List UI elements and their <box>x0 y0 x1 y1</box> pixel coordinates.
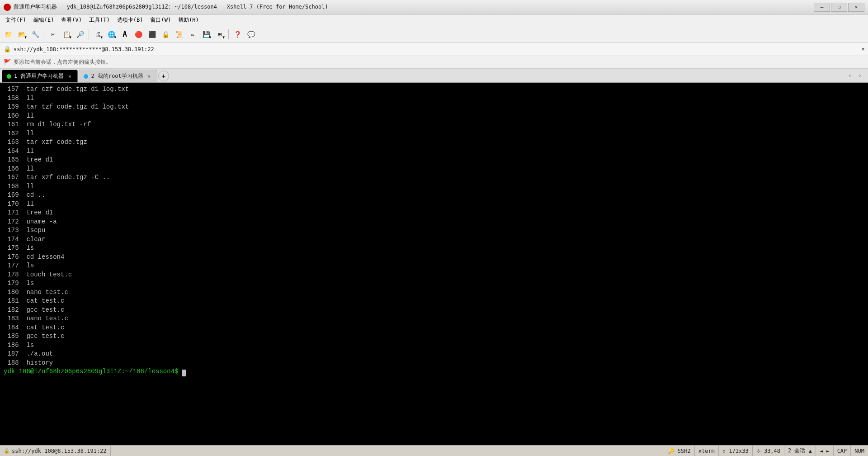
terminal-line: 159 tar tzf code.tgz d1 log.txt <box>4 103 129 110</box>
tb-open[interactable]: 📂▼ <box>15 28 28 41</box>
terminal-line: 167 tar xzf code.tgz -C .. <box>4 174 110 181</box>
window-controls: — ❐ ✕ <box>814 3 864 12</box>
tb-fullscreen[interactable]: ⬛ <box>146 28 158 41</box>
tab-1[interactable]: 1 普通用户学习机器 ✕ <box>2 70 78 82</box>
terminal-type: xterm <box>698 448 715 454</box>
tab-2[interactable]: 2 我的root学习机器 ✕ <box>79 70 157 82</box>
terminal-line: 169 cd .. <box>4 191 45 199</box>
menu-file[interactable]: 文件(F) <box>2 14 30 26</box>
flag-icon: 🚩 <box>4 59 11 66</box>
maximize-button[interactable]: ❐ <box>831 3 847 12</box>
terminal-cursor <box>182 370 186 376</box>
menu-view[interactable]: 查看(V) <box>57 14 85 26</box>
terminal-line: 183 nano test.c <box>4 315 68 322</box>
tb-cut[interactable]: ✂ <box>47 28 59 41</box>
terminal-line: 162 ll <box>4 130 34 137</box>
terminal-line: 175 ls <box>4 244 34 252</box>
toolbar: 📁 📂▼ 🔧 ✂ 📋▼ 🔎 🖨▼ 🌐▼ A 🔴 ⬛ 🔒 📜 ✏ 💾▼ ⊞▼ ❓ … <box>0 26 868 43</box>
tb-print-dropdown[interactable]: 🖨▼ <box>91 28 104 41</box>
terminal-line: 182 gcc test.c <box>4 306 64 314</box>
tab-1-close[interactable]: ✕ <box>66 73 73 80</box>
terminal-line: 157 tar czf code.tgz d1 log.txt <box>4 86 129 93</box>
title-bar: 普通用户学习机器 - ydk_108@iZuf68hz06p6s2809gl3i… <box>0 0 868 14</box>
terminal-line: 166 ll <box>4 165 34 172</box>
tab-1-dot <box>7 74 11 79</box>
terminal-line: 173 lscpu <box>4 227 45 234</box>
tab-2-label: 2 我的root学习机器 <box>91 72 143 80</box>
tb-scroll[interactable]: 📜 <box>173 28 185 41</box>
tb-conn-dropdown[interactable]: 🌐▼ <box>105 28 118 41</box>
protocol-icon: 🔑 <box>668 448 675 454</box>
status-num: NUM <box>851 446 868 456</box>
tb-properties[interactable]: 🔧 <box>29 28 42 41</box>
terminal-line: 161 rm d1 log.txt -rf <box>4 121 91 128</box>
status-connection: 🔒 ssh://ydk_108@8.153.38.191:22 <box>0 446 111 456</box>
tb-find[interactable]: 🔎 <box>74 28 86 41</box>
sessions-text: 2 会话 <box>788 447 805 455</box>
status-ssh-text: ssh://ydk_108@8.153.38.191:22 <box>12 448 107 454</box>
menu-tools[interactable]: 工具(T) <box>85 14 113 26</box>
app-icon <box>4 4 11 11</box>
size-icon: ↕ <box>722 448 726 454</box>
terminal-line: 171 tree d1 <box>4 209 53 216</box>
address-bar: 🔒 ssh://ydk_108:*************@8.153.38.1… <box>0 43 868 56</box>
tb-compose[interactable]: ✏ <box>186 28 199 41</box>
terminal-line: 164 ll <box>4 147 34 155</box>
terminal-line: 158 ll <box>4 95 34 102</box>
window-title: 普通用户学习机器 - ydk_108@iZuf68hz06p6s2809gl3i… <box>14 3 814 11</box>
pos-icon: ⊹ <box>756 448 761 454</box>
protocol-text: SSH2 <box>678 448 691 454</box>
status-position: ⊹ 33,48 <box>753 446 784 456</box>
tb-lock[interactable]: 🔒 <box>159 28 172 41</box>
tb-font[interactable]: A <box>118 28 131 41</box>
cap-label: CAP <box>837 448 847 454</box>
minimize-button[interactable]: — <box>814 3 830 12</box>
terminal-line: 177 ls <box>4 262 34 269</box>
terminal-line: 188 history <box>4 359 53 366</box>
status-cap: CAP <box>834 446 851 456</box>
address-dropdown[interactable]: ▼ <box>862 47 864 52</box>
terminal-line: 168 ll <box>4 183 34 190</box>
menu-window[interactable]: 窗口(W) <box>146 14 175 26</box>
terminal-line: 179 ls <box>4 280 34 287</box>
terminal-line: 160 ll <box>4 112 34 119</box>
info-bar: 🚩 要添加当前会话，点击左侧的箭头按钮。 <box>0 56 868 69</box>
terminal-line: 186 ls <box>4 342 34 349</box>
tb-help[interactable]: ❓ <box>231 28 244 41</box>
tab-prev[interactable]: ‹ <box>845 71 854 80</box>
terminal-line: 172 uname -a <box>4 218 57 225</box>
info-text: 要添加当前会话，点击左侧的箭头按钮。 <box>14 58 111 66</box>
terminal-line: 187 ./a.out <box>4 350 53 357</box>
terminal-line: 163 tar xzf code.tgz <box>4 138 87 146</box>
terminal-line: 180 nano test.c <box>4 289 68 296</box>
tb-new-session[interactable]: 📁 <box>2 28 14 41</box>
terminal-line: 174 clear <box>4 236 45 243</box>
terminal-line: 165 tree d1 <box>4 156 53 163</box>
tb-save-dropdown[interactable]: 💾▼ <box>200 28 212 41</box>
terminal-prompt: ydk_108@iZuf68hz06p6s2809gl3i1Z:~/108/le… <box>4 368 182 375</box>
menu-bar: 文件(F) 编辑(E) 查看(V) 工具(T) 选项卡(B) 窗口(W) 帮助(… <box>0 14 868 26</box>
tb-reset[interactable]: 🔴 <box>132 28 145 41</box>
tab-next[interactable]: › <box>855 71 864 80</box>
terminal-line: 176 cd lesson4 <box>4 253 64 261</box>
menu-edit[interactable]: 编辑(E) <box>30 14 58 26</box>
menu-tabs[interactable]: 选项卡(B) <box>113 14 147 26</box>
status-sessions: 2 会话 ▲ <box>784 446 816 456</box>
status-size: ↕ 171x33 <box>719 446 753 456</box>
status-protocol: 🔑 SSH2 <box>664 446 695 456</box>
tab-add-button[interactable]: + <box>158 71 169 81</box>
close-button[interactable]: ✕ <box>848 3 864 12</box>
num-label: NUM <box>854 448 864 454</box>
terminal[interactable]: 157 tar czf code.tgz d1 log.txt 158 ll 1… <box>0 83 868 445</box>
tb-layout-dropdown[interactable]: ⊞▼ <box>213 28 226 41</box>
status-lock-icon: 🔒 <box>4 448 10 454</box>
terminal-line: 178 touch test.c <box>4 271 72 278</box>
terminal-line: 184 cat test.c <box>4 324 64 331</box>
menu-help[interactable]: 帮助(H) <box>175 14 203 26</box>
tab-bar: 1 普通用户学习机器 ✕ 2 我的root学习机器 ✕ + ‹ › <box>0 69 868 83</box>
tb-chat[interactable]: 💬 <box>245 28 257 41</box>
status-arrows: ◄ ► <box>816 446 834 456</box>
tab-2-close[interactable]: ✕ <box>146 73 152 80</box>
terminal-line: 181 cat test.c <box>4 297 64 304</box>
tb-copy-dropdown[interactable]: 📋▼ <box>60 28 73 41</box>
